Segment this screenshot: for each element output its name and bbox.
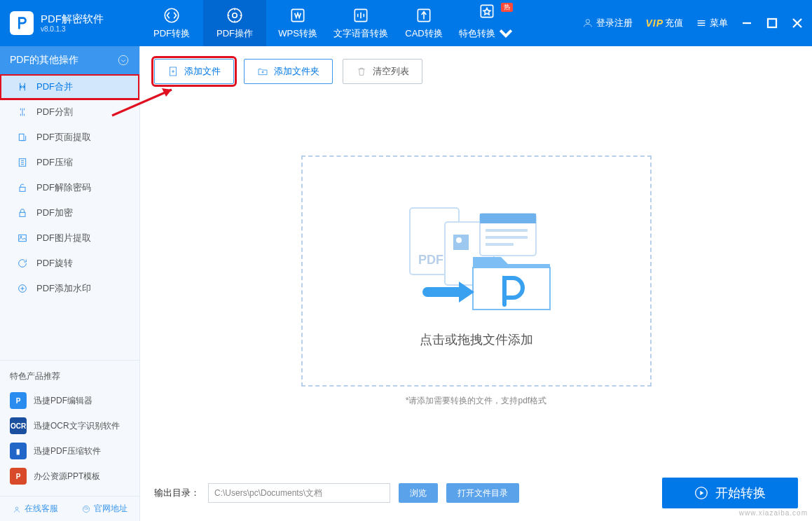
- add-folder-icon: [257, 66, 268, 77]
- hot-badge: 热: [501, 3, 513, 12]
- sidebar-item-pdf-unlock[interactable]: PDF解除密码: [0, 175, 139, 200]
- sidebar-header[interactable]: PDF的其他操作: [0, 46, 139, 74]
- menu-button[interactable]: 菜单: [696, 17, 728, 29]
- sidebar-item-pdf-split[interactable]: PDF分割: [0, 99, 139, 125]
- website-link[interactable]: 官网地址: [70, 503, 140, 515]
- dropzone[interactable]: PDF: [301, 155, 652, 387]
- sidebar-list: PDF合并 PDF分割 PDF页面提取 PDF压缩 PDF解除密码 PDF加密: [0, 74, 139, 360]
- website-label: 官网地址: [94, 503, 128, 515]
- close-button[interactable]: [791, 17, 804, 29]
- dropzone-hint: *请添加需要转换的文件，支持pdf格式: [301, 395, 652, 407]
- sidebar-item-pdf-rotate[interactable]: PDF旋转: [0, 251, 139, 276]
- svg-rect-30: [473, 268, 550, 310]
- title-bar: PDF解密软件 v8.0.1.3 PDF转换 PDF操作 WPS转换 文字语音转…: [0, 0, 812, 46]
- app-title: PDF解密软件: [41, 13, 104, 25]
- recommend-label: 迅捷OCR文字识别软件: [34, 420, 120, 432]
- convert-icon: [163, 6, 181, 25]
- compress-icon: [17, 157, 28, 168]
- menu-label: 菜单: [710, 17, 728, 29]
- sidebar-item-pdf-image-extract[interactable]: PDF图片提取: [0, 225, 139, 251]
- tab-label: CAD转换: [405, 27, 442, 40]
- chevron-down-circle-icon: [117, 54, 130, 67]
- add-file-icon: [167, 66, 179, 77]
- maximize-button[interactable]: [766, 17, 778, 29]
- trash-icon: [356, 66, 367, 77]
- main-tabs: PDF转换 PDF操作 WPS转换 文字语音转换 CAD转换 热 特色转换: [140, 0, 518, 46]
- tab-label: 特色转换: [459, 27, 495, 40]
- svg-rect-14: [19, 235, 27, 241]
- image-icon: [17, 232, 28, 244]
- svg-rect-10: [19, 134, 24, 140]
- tab-label: PDF转换: [153, 27, 190, 40]
- tab-pdf-operate[interactable]: PDF操作: [203, 0, 266, 46]
- tab-pdf-convert[interactable]: PDF转换: [140, 0, 203, 46]
- output-dir-label: 输出目录：: [154, 487, 200, 499]
- vip-label: 充值: [665, 17, 683, 29]
- headset-icon: [12, 504, 22, 514]
- sidebar-item-pdf-watermark[interactable]: PDF添加水印: [0, 276, 139, 301]
- svg-rect-27: [486, 229, 528, 232]
- tab-cad-convert[interactable]: CAD转换: [392, 0, 455, 46]
- sidebar-item-label: PDF解除密码: [36, 181, 91, 194]
- sidebar: PDF的其他操作 PDF合并 PDF分割 PDF页面提取 PDF压缩: [0, 46, 140, 521]
- dropzone-text: 点击或拖拽文件添加: [420, 331, 533, 348]
- star-convert-icon: [478, 2, 496, 20]
- header-right: 登录注册 VIP充值 菜单: [582, 0, 812, 46]
- watermark-text: www.xiazaiba.com: [739, 509, 808, 517]
- ie-icon: [81, 504, 91, 514]
- recommend-item[interactable]: P 迅捷PDF编辑器: [0, 388, 139, 413]
- wps-icon: [289, 6, 307, 25]
- tab-label: WPS转换: [278, 27, 317, 40]
- svg-point-9: [118, 55, 128, 65]
- drop-area-wrapper: PDF: [154, 84, 798, 478]
- split-icon: [17, 106, 28, 118]
- svg-rect-13: [20, 212, 25, 216]
- svg-point-1: [233, 13, 238, 18]
- clear-list-button[interactable]: 清空列表: [343, 59, 422, 84]
- add-file-button[interactable]: 添加文件: [154, 59, 234, 84]
- sidebar-item-pdf-merge[interactable]: PDF合并: [0, 74, 139, 99]
- button-label: 开始转换: [715, 485, 766, 501]
- recommend-item[interactable]: ▮ 迅捷PDF压缩软件: [0, 438, 139, 464]
- add-folder-button[interactable]: 添加文件夹: [244, 59, 333, 84]
- support-link[interactable]: 在线客服: [0, 503, 70, 515]
- app-icon: ▮: [10, 443, 27, 459]
- unlock-icon: [17, 182, 28, 193]
- merge-icon: [17, 81, 28, 92]
- app-logo-area: PDF解密软件 v8.0.1.3: [0, 11, 140, 35]
- open-folder-button[interactable]: 打开文件目录: [446, 483, 519, 503]
- sidebar-item-pdf-encrypt[interactable]: PDF加密: [0, 200, 139, 225]
- audio-icon: [352, 6, 370, 25]
- sidebar-item-pdf-extract[interactable]: PDF页面提取: [0, 125, 139, 150]
- recommend-title: 特色产品推荐: [0, 368, 139, 388]
- browse-button[interactable]: 浏览: [399, 483, 438, 503]
- recommend-item[interactable]: P 办公资源PPT模板: [0, 464, 139, 489]
- watermark-icon: [17, 283, 28, 294]
- button-label: 添加文件: [184, 65, 221, 78]
- recommend-item[interactable]: OCR 迅捷OCR文字识别软件: [0, 413, 139, 438]
- svg-point-17: [15, 507, 18, 510]
- recommend-section: 特色产品推荐 P 迅捷PDF编辑器 OCR 迅捷OCR文字识别软件 ▮ 迅捷PD…: [0, 360, 139, 496]
- bottom-bar: 输出目录： 浏览 打开文件目录 开始转换: [154, 478, 798, 508]
- main-panel: 添加文件 添加文件夹 清空列表 PDF: [140, 46, 812, 521]
- support-label: 在线客服: [25, 503, 58, 515]
- tab-wps-convert[interactable]: WPS转换: [266, 0, 329, 46]
- vip-badge: VIP: [645, 18, 663, 29]
- recommend-label: 办公资源PPT模板: [34, 471, 100, 482]
- sidebar-footer: 在线客服 官网地址: [0, 496, 139, 521]
- svg-point-7: [586, 20, 590, 23]
- login-link[interactable]: 登录注册: [582, 17, 633, 29]
- output-dir-input[interactable]: [208, 483, 390, 503]
- start-convert-button[interactable]: 开始转换: [662, 478, 798, 508]
- sidebar-item-label: PDF压缩: [36, 156, 73, 169]
- tab-label: 文字语音转换: [333, 27, 388, 40]
- vip-link[interactable]: VIP充值: [645, 17, 683, 29]
- sidebar-item-label: PDF添加水印: [36, 282, 91, 295]
- menu-icon: [696, 18, 707, 29]
- minimize-button[interactable]: [741, 17, 753, 29]
- tab-special-convert[interactable]: 热 特色转换: [455, 0, 518, 46]
- tab-tts-convert[interactable]: 文字语音转换: [329, 0, 392, 46]
- sidebar-item-pdf-compress[interactable]: PDF压缩: [0, 150, 139, 175]
- play-icon: [694, 486, 708, 500]
- login-label: 登录注册: [596, 17, 633, 29]
